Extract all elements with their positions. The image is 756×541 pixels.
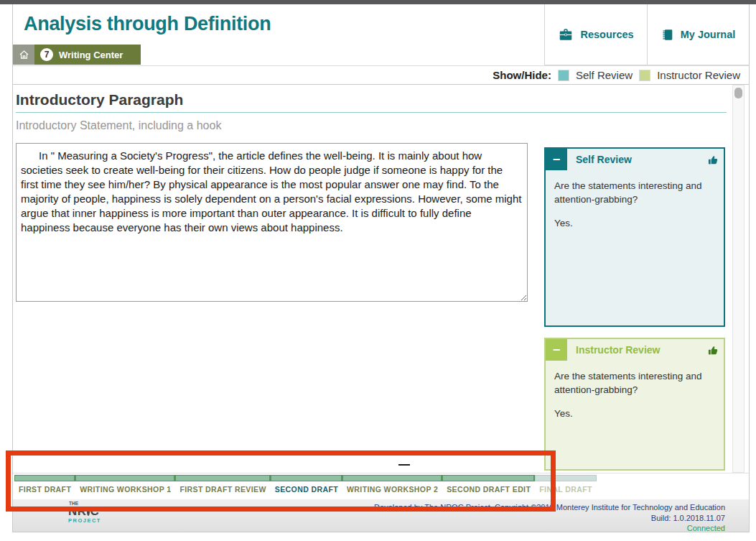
review-answer: Yes. <box>554 216 715 230</box>
footer-info: Developed by The NROC Project. Copyright… <box>318 502 725 534</box>
vertical-scrollbar-track[interactable] <box>732 85 745 473</box>
connection-status: Connected <box>318 523 725 534</box>
footer-build: Build: 1.0.2018.11.07 <box>318 513 725 524</box>
thumbs-up-icon <box>707 344 719 356</box>
stage-segment <box>14 475 75 481</box>
progress-stage[interactable]: WRITING WORKSHOP 2 <box>342 475 442 494</box>
stage-label: FIRST DRAFT <box>14 485 75 494</box>
nroc-logo-c: C <box>90 506 100 517</box>
stage-label: FINAL DRAFT <box>535 485 597 494</box>
stage-label: FIRST DRAFT REVIEW <box>175 485 270 494</box>
stage-segment <box>535 475 597 481</box>
stage-segment <box>75 475 175 481</box>
stage-label: WRITING WORKSHOP 2 <box>342 485 442 494</box>
resources-label: Resources <box>580 29 633 40</box>
resources-button[interactable]: Resources <box>544 4 647 65</box>
stage-label: WRITING WORKSHOP 1 <box>75 485 175 494</box>
instructor-review-toggle[interactable] <box>639 70 650 81</box>
instructor-review-toggle-label: Instructor Review <box>657 69 740 81</box>
instructor-review-header: − Instructor Review <box>546 339 724 361</box>
vertical-scrollbar-thumb[interactable] <box>734 88 742 98</box>
thumbs-up-icon <box>707 154 719 166</box>
stray-dash-mark <box>398 464 410 466</box>
nroc-logo-project: PROJECT <box>68 517 97 524</box>
globe-icon <box>87 507 90 516</box>
show-hide-bar: Show/Hide: Self Review Instructor Review <box>13 65 749 85</box>
self-review-toggle-label: Self Review <box>576 69 633 81</box>
instructor-review-panel: − Instructor Review Are the statements i… <box>544 338 725 471</box>
journal-icon <box>661 28 674 42</box>
stage-label: SECOND DRAFT <box>271 485 342 494</box>
app-window: Analysis through Definition Resources My… <box>0 0 756 541</box>
unit-number-badge: 7 <box>40 48 53 61</box>
page-frame-right <box>749 4 750 532</box>
review-question: Are the statements interesting and atten… <box>554 369 715 397</box>
review-answer: Yes. <box>554 407 715 420</box>
stage-label: SECOND DRAFT EDIT <box>442 485 535 494</box>
collapse-button[interactable]: − <box>546 149 567 170</box>
writing-center-label: Writing Center <box>59 50 123 60</box>
show-hide-label: Show/Hide: <box>493 69 551 81</box>
nroc-logo-nr: NR <box>68 506 87 517</box>
nroc-logo[interactable]: THE NR C PROJECT <box>68 501 97 524</box>
self-review-header: − Self Review <box>546 149 724 170</box>
prompt-subheading: Introductory Statement, including a hook <box>16 119 221 132</box>
self-review-body: Are the statements interesting and atten… <box>546 170 724 230</box>
self-review-toggle[interactable] <box>558 70 569 81</box>
progress-stages: FIRST DRAFTWRITING WORKSHOP 1FIRST DRAFT… <box>14 475 597 494</box>
review-question: Are the statements interesting and atten… <box>554 179 715 206</box>
nroc-logo-main: NR C <box>68 506 97 517</box>
stage-segment <box>442 475 535 481</box>
progress-stage[interactable]: FINAL DRAFT <box>535 475 597 494</box>
stage-segment <box>271 475 342 481</box>
instructor-review-body: Are the statements interesting and atten… <box>546 361 724 420</box>
home-icon <box>19 50 29 60</box>
collapse-button[interactable]: − <box>546 339 567 361</box>
heading-rule <box>16 112 727 113</box>
page-title: Analysis through Definition <box>24 13 271 35</box>
essay-textarea[interactable]: In " Measuring a Society's Progress", th… <box>16 143 528 302</box>
progress-stage[interactable]: WRITING WORKSHOP 1 <box>75 475 175 494</box>
self-review-panel: − Self Review Are the statements interes… <box>544 147 725 327</box>
progress-stage[interactable]: SECOND DRAFT <box>271 475 342 494</box>
self-review-title: Self Review <box>576 154 632 165</box>
footer-credit: Developed by The NROC Project. Copyright… <box>318 502 725 513</box>
my-journal-button[interactable]: My Journal <box>647 4 749 65</box>
stage-segment <box>175 475 270 481</box>
section-heading: Introductory Paragraph <box>16 91 183 108</box>
progress-stage[interactable]: FIRST DRAFT <box>14 475 75 494</box>
writing-center-tab[interactable]: 7 Writing Center <box>34 45 141 65</box>
instructor-review-title: Instructor Review <box>576 344 660 356</box>
stage-segment <box>342 475 442 481</box>
content-divider <box>13 473 749 473</box>
progress-stage[interactable]: FIRST DRAFT REVIEW <box>175 475 270 494</box>
toolbox-icon <box>558 28 574 42</box>
progress-stage[interactable]: SECOND DRAFT EDIT <box>442 475 535 494</box>
my-journal-label: My Journal <box>681 29 736 40</box>
home-tab[interactable] <box>13 45 34 65</box>
